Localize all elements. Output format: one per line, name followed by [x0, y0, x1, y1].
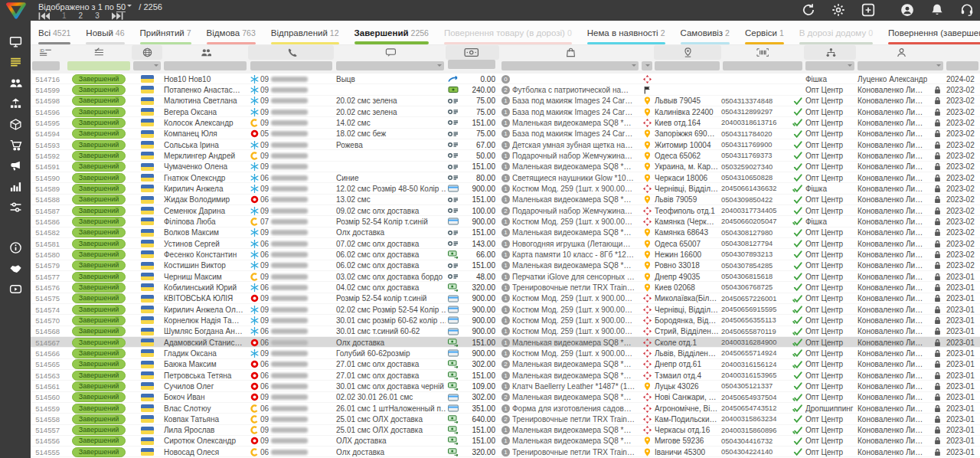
column-header-manager[interactable] — [856, 45, 945, 60]
filter-input-id[interactable] — [32, 61, 60, 70]
order-row[interactable]: 514596ЗавершенийВегера Оксана0920.02 смс… — [31, 106, 980, 117]
page-number-2[interactable]: 2 — [79, 11, 83, 20]
filter-input-phone[interactable] — [250, 61, 332, 70]
sidebar-item-customers[interactable] — [0, 73, 31, 93]
filter-input-payment[interactable] — [448, 60, 495, 69]
column-header-customer[interactable] — [162, 45, 248, 60]
column-header-source[interactable] — [804, 45, 856, 60]
order-row[interactable]: 514592ЗавершенийМерклингер Андрей0950.00… — [31, 150, 980, 161]
filter-input-source[interactable] — [805, 61, 854, 70]
page-number-3[interactable]: 3 — [95, 11, 100, 20]
order-row[interactable]: 514560ЗавершенийБокоч Иван0902.02 30.01 … — [31, 392, 980, 403]
filter-input-products[interactable] — [501, 61, 639, 70]
filter-input-status[interactable] — [67, 61, 130, 70]
last-page-button[interactable] — [112, 12, 123, 20]
order-row[interactable]: 514575ЗавершенийКВІТОВСЬКА ЮЛІЯ09Розмір … — [31, 293, 980, 304]
column-header-region[interactable] — [132, 45, 162, 60]
sidebar-item-video-tutorials[interactable] — [0, 279, 31, 299]
order-row[interactable]: 514716ЗавершенийНов10 Нов1009Выцв0.000Фі… — [31, 74, 980, 84]
column-header-comment[interactable] — [334, 45, 446, 60]
order-row[interactable]: 514558ЗавершенийКовпак Татьяна0925.01 см… — [31, 414, 980, 424]
filter-input-manager[interactable] — [858, 61, 943, 70]
order-row[interactable]: 514586ЗавершенийФіліпова Люба07Розмір 52… — [31, 216, 980, 227]
sidebar-item-marketing[interactable] — [0, 155, 31, 176]
sidebar-item-structure[interactable] — [0, 93, 31, 114]
support-headset-icon[interactable] — [960, 3, 974, 17]
tab-повернення-товару-в-дорозі-[interactable]: Повернення товару (в дорозі)0 — [436, 21, 580, 44]
sidebar-item-partners[interactable] — [0, 258, 31, 279]
order-row[interactable]: 514590ЗавершенийГнатюк Олексндр06Синие80… — [31, 172, 980, 183]
page-number-1[interactable]: 1 — [62, 11, 67, 20]
tab-сервіси[interactable]: Сервіси1 — [737, 21, 792, 44]
order-row[interactable]: 514561ЗавершенийСучилов Олег0630.01 смс … — [31, 381, 980, 391]
order-row[interactable]: 514559ЗавершенийВлас Слотюу0626.01 смс 1… — [31, 403, 980, 414]
sidebar-item-monitor[interactable] — [0, 31, 31, 52]
order-row[interactable]: 514588ЗавершенийЖидак Володимир0613.02 с… — [31, 195, 980, 205]
order-row[interactable]: 514591ЗавершенийЧумаченко Олена09151.001… — [31, 162, 980, 172]
tab-всі[interactable]: Всі4521 — [31, 21, 78, 44]
column-header-id[interactable]: ID — [31, 45, 66, 60]
column-header-delivery[interactable] — [640, 45, 654, 60]
tab-відправлений[interactable]: Відправлений12 — [263, 21, 347, 44]
sidebar-item-integrations[interactable] — [0, 197, 31, 218]
order-row[interactable]: 514580ЗавершенийФесенко Константин0606.0… — [31, 249, 980, 260]
order-row[interactable]: 514598ЗавершенийМалютина Светлана0920.02… — [31, 96, 980, 106]
order-row[interactable]: 514565ЗавершенийБаюка Максим0627.01 смс … — [31, 359, 980, 370]
order-row[interactable]: 514563ЗавершенийПетровська Тетяна0627.01… — [31, 370, 980, 381]
column-header-status[interactable] — [66, 45, 132, 60]
order-row[interactable]: 514599ЗавершенийПотапенко Анастас…09240.… — [31, 84, 980, 95]
filter-input-delivery[interactable] — [642, 61, 652, 70]
first-page-button[interactable] — [38, 12, 50, 20]
sidebar-item-statistics[interactable] — [0, 176, 31, 197]
column-header-products[interactable] — [499, 45, 640, 60]
order-row[interactable]: 514589ЗавершенийКирилич Анжела0912.02 см… — [31, 183, 980, 194]
notifications-bell-icon[interactable] — [930, 3, 944, 17]
tab-прийнятий[interactable]: Прийнятий7 — [132, 21, 199, 44]
order-row[interactable]: 514570ЗавершенийКорнелюк Надія Та…0930.0… — [31, 315, 980, 326]
column-header-tracking[interactable] — [721, 45, 804, 60]
order-row[interactable]: 514568ЗавершенийШумляс Богдана Ан…0630.0… — [31, 326, 980, 337]
order-row[interactable]: 514556ЗавершенийСиротюк Олександр09ОЛХ д… — [31, 436, 980, 447]
tab-нема-в-наявності[interactable]: Нема в наявності2 — [580, 21, 673, 44]
sidebar-item-cart[interactable] — [0, 135, 31, 155]
tab-повернення-завершений-[interactable]: Повернення (завершений)125 — [880, 21, 980, 44]
tab-в-дорозі-додому[interactable]: В дорозі додому0 — [792, 21, 880, 44]
order-row[interactable]: 514555ЗавершенийНовосад Олеся06Олх доста… — [31, 447, 980, 457]
column-header-address[interactable] — [654, 45, 721, 60]
column-header-payment[interactable] — [446, 45, 499, 60]
order-row[interactable]: 514593ЗавершенийСольська Ірина09Рожева67… — [31, 139, 980, 150]
filter-input-tracking[interactable] — [723, 61, 802, 70]
settings-gear-icon[interactable] — [831, 3, 845, 17]
sidebar-item-info[interactable] — [0, 237, 31, 258]
tab-відмова[interactable]: Відмова763 — [199, 21, 263, 44]
tab-завершений[interactable]: Завершений2256 — [347, 21, 436, 44]
refresh-icon[interactable] — [802, 3, 815, 17]
order-row[interactable]: 514567ЗавершенийАдамовский Станис…06Олх … — [31, 337, 980, 348]
order-row[interactable]: 514581ЗавершенийУстинов Сергей0607.02 см… — [31, 238, 980, 249]
filter-input-address[interactable] — [655, 61, 720, 70]
filter-input-region[interactable] — [133, 61, 161, 70]
sidebar-item-orders-list[interactable] — [0, 52, 31, 73]
app-logo-icon[interactable] — [5, 2, 28, 19]
add-order-icon[interactable] — [861, 3, 875, 17]
column-header-date[interactable] — [945, 45, 980, 60]
order-row[interactable]: 514582ЗавершенийВолков Максим09Олх доста… — [31, 227, 980, 238]
per-page-caret-icon[interactable] — [127, 5, 132, 9]
order-row[interactable]: 514577ЗавершенийЧерниш Максим0903.02 смс… — [31, 271, 980, 282]
filter-input-date[interactable] — [946, 61, 978, 70]
order-row[interactable]: 514557ЗавершенийЛила Ярослав0925.01 смс … — [31, 425, 980, 436]
tab-новый[interactable]: Новый46 — [78, 21, 132, 44]
order-row[interactable]: 514579ЗавершенийКостишин Виктор0906.02 с… — [31, 260, 980, 271]
order-row[interactable]: 514595ЗавершенийКолосок Александр0914.02… — [31, 117, 980, 128]
order-row[interactable]: 514566ЗавершенийГладик Оксана09Голубий 6… — [31, 348, 980, 358]
tab-самовивіз[interactable]: Самовивіз2 — [673, 21, 737, 44]
filter-input-comment[interactable] — [336, 61, 444, 70]
order-row[interactable]: 514574ЗавершенийКирилич Анжела Ол…0902.0… — [31, 304, 980, 315]
filter-input-customer[interactable] — [164, 61, 247, 70]
sidebar-item-products[interactable] — [0, 114, 31, 135]
order-row[interactable]: 514576ЗавершенийКобилинський Юрий0604.02… — [31, 282, 980, 293]
order-row[interactable]: 514594ЗавершенийКомпанец Юля0518.02 смс … — [31, 129, 980, 139]
column-header-phone[interactable] — [248, 45, 334, 60]
user-profile-icon[interactable] — [900, 3, 914, 17]
order-row[interactable]: 514587ЗавершенийСеменюк Дарина0909.02 см… — [31, 205, 980, 216]
